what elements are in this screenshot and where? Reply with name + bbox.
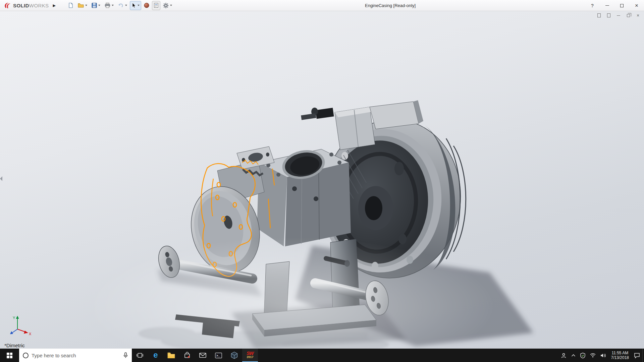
- view-orientation-label: *Dimetric: [4, 343, 25, 348]
- document-properties-button[interactable]: [152, 1, 160, 10]
- doc-window-button-2[interactable]: [606, 13, 611, 18]
- y-axis-label: Y: [13, 316, 15, 320]
- toolbar-expander[interactable]: ▶: [51, 3, 59, 8]
- gear-icon: [163, 3, 169, 8]
- open-button[interactable]: [76, 1, 89, 10]
- minimize-icon: [605, 5, 609, 6]
- save-button[interactable]: [90, 1, 102, 10]
- speaker-icon: [600, 353, 606, 358]
- taskbar-search[interactable]: [19, 349, 132, 362]
- desktop: SOLIDWORKS ▶: [0, 0, 644, 362]
- clock-date: 7/13/2018: [611, 355, 629, 360]
- doc-window-icon-1: [597, 13, 601, 17]
- select-tool-button[interactable]: [130, 1, 141, 10]
- panel-collapse-handle[interactable]: [0, 176, 2, 181]
- document-window-controls: ×: [596, 13, 641, 18]
- cortana-icon: [23, 353, 29, 358]
- new-document-button[interactable]: [66, 1, 75, 10]
- doc-window-button-1[interactable]: [596, 13, 602, 18]
- cad-viewer-icon: [231, 352, 238, 359]
- svg-text:e: e: [153, 351, 158, 359]
- mail-icon: [199, 353, 206, 358]
- select-cursor-icon: [131, 3, 136, 8]
- taskbar-app-file-explorer[interactable]: [163, 349, 179, 362]
- undo-icon: [118, 3, 124, 8]
- taskbar: e >_: [0, 349, 644, 362]
- store-icon: [184, 352, 191, 359]
- windows-logo-icon: [7, 353, 12, 358]
- edge-icon: e: [152, 351, 160, 359]
- document-properties-icon: [154, 3, 159, 8]
- window-controls: ? ×: [585, 0, 644, 11]
- brand-text: SOLIDWORKS: [13, 3, 49, 8]
- open-dropdown-caret[interactable]: [85, 5, 87, 6]
- undo-button[interactable]: [116, 1, 129, 10]
- taskbar-app-cad-viewer[interactable]: [226, 349, 242, 362]
- solidworks-logo: SOLIDWORKS: [0, 2, 51, 9]
- undo-dropdown-caret[interactable]: [125, 5, 127, 6]
- start-button[interactable]: [0, 349, 19, 362]
- select-dropdown-caret[interactable]: [138, 5, 140, 6]
- taskbar-app-mail[interactable]: [195, 349, 211, 362]
- security-tray-button[interactable]: [578, 349, 588, 362]
- svg-text:>_: >_: [216, 354, 220, 357]
- chevron-up-icon: [571, 354, 576, 357]
- action-center-icon: [634, 353, 640, 358]
- appearances-button[interactable]: [142, 1, 151, 10]
- taskbar-app-edge[interactable]: e: [148, 349, 163, 362]
- appearance-sphere-icon: [144, 3, 149, 8]
- minimize-button[interactable]: [600, 0, 614, 11]
- help-button[interactable]: ?: [585, 0, 600, 11]
- save-dropdown-caret[interactable]: [98, 5, 100, 6]
- close-icon: ×: [635, 3, 638, 8]
- save-icon: [92, 3, 97, 8]
- clock-time: 11:55 AM: [611, 351, 629, 355]
- action-center-button[interactable]: [632, 349, 642, 362]
- file-explorer-icon: [167, 352, 175, 359]
- taskbar-app-store[interactable]: [179, 349, 195, 362]
- settings-button[interactable]: [161, 1, 174, 10]
- doc-minimize-icon: [617, 15, 620, 16]
- doc-close-icon: ×: [637, 13, 639, 18]
- maximize-button[interactable]: [614, 0, 629, 11]
- network-tray-button[interactable]: [588, 349, 598, 362]
- x-axis-label: X: [29, 332, 32, 336]
- task-view-button[interactable]: [132, 349, 148, 362]
- print-dropdown-caret[interactable]: [112, 5, 114, 6]
- reference-triad: Y X: [8, 314, 34, 336]
- microphone-icon[interactable]: [123, 352, 128, 358]
- main-toolbar: [66, 1, 174, 10]
- command-prompt-icon: >_: [215, 353, 222, 358]
- doc-restore-button[interactable]: [626, 13, 631, 18]
- show-desktop-button[interactable]: [642, 349, 644, 362]
- search-input[interactable]: [32, 353, 120, 358]
- doc-minimize-button[interactable]: [616, 13, 621, 18]
- document-title: EngineCasing [Read-only]: [365, 3, 416, 8]
- doc-restore-icon: [627, 14, 630, 17]
- settings-dropdown-caret[interactable]: [170, 5, 172, 6]
- solidworks-taskbar-icon: SW 2017: [247, 352, 254, 359]
- close-button[interactable]: ×: [629, 0, 644, 11]
- task-view-icon: [137, 352, 143, 358]
- taskbar-app-command-prompt[interactable]: >_: [211, 349, 226, 362]
- 3d-model[interactable]: [0, 11, 644, 349]
- hidden-icons-button[interactable]: [569, 349, 578, 362]
- wifi-icon: [590, 353, 596, 358]
- shield-icon: [580, 353, 585, 358]
- taskbar-app-solidworks[interactable]: SW 2017: [242, 349, 258, 362]
- maximize-icon: [620, 4, 624, 7]
- system-tray: 11:55 AM 7/13/2018: [558, 349, 644, 362]
- volume-tray-button[interactable]: [598, 349, 608, 362]
- print-button[interactable]: [103, 1, 115, 10]
- people-icon: [561, 353, 567, 358]
- doc-close-button[interactable]: ×: [635, 13, 641, 18]
- doc-window-icon-2: [607, 13, 610, 17]
- ds-logo-icon: [3, 2, 11, 9]
- print-icon: [105, 3, 110, 8]
- taskbar-clock[interactable]: 11:55 AM 7/13/2018: [608, 351, 632, 360]
- titlebar: SOLIDWORKS ▶: [0, 0, 644, 11]
- new-document-icon: [68, 3, 73, 8]
- people-button[interactable]: [558, 349, 569, 362]
- graphics-viewport[interactable]: ×: [0, 11, 644, 349]
- open-folder-icon: [78, 3, 84, 8]
